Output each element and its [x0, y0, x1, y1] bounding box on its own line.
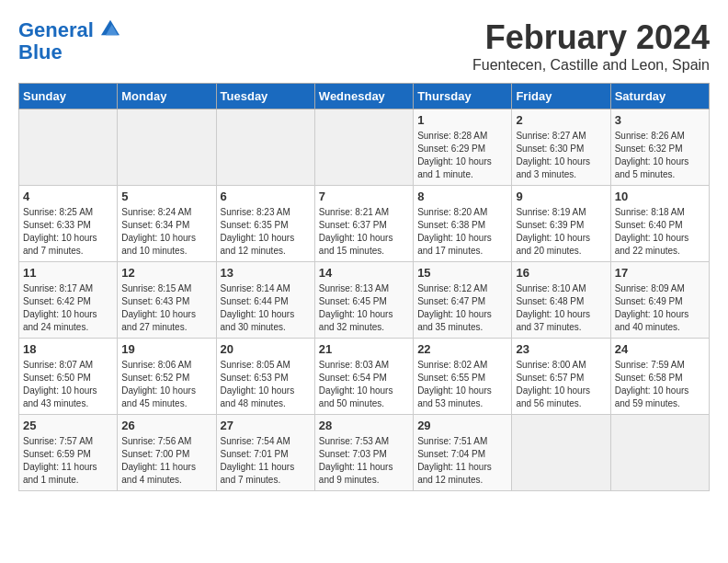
calendar-cell: 26Sunrise: 7:56 AM Sunset: 7:00 PM Dayli…: [118, 415, 216, 491]
day-info: Sunrise: 8:19 AM Sunset: 6:39 PM Dayligh…: [516, 206, 606, 258]
day-info: Sunrise: 7:51 AM Sunset: 7:04 PM Dayligh…: [417, 435, 507, 487]
day-number: 3: [615, 113, 705, 127]
calendar-cell: [512, 415, 610, 491]
day-info: Sunrise: 8:25 AM Sunset: 6:33 PM Dayligh…: [23, 206, 113, 258]
header-wednesday: Wednesday: [314, 84, 413, 109]
day-info: Sunrise: 7:57 AM Sunset: 6:59 PM Dayligh…: [23, 435, 113, 487]
day-number: 14: [319, 266, 409, 280]
calendar-cell: 25Sunrise: 7:57 AM Sunset: 6:59 PM Dayli…: [19, 415, 118, 491]
calendar-cell: [610, 415, 709, 491]
day-number: 12: [121, 266, 211, 280]
day-number: 24: [615, 342, 705, 356]
day-number: 11: [23, 266, 113, 280]
header-friday: Friday: [512, 84, 610, 109]
calendar-cell: 14Sunrise: 8:13 AM Sunset: 6:45 PM Dayli…: [314, 262, 413, 339]
calendar-cell: 15Sunrise: 8:12 AM Sunset: 6:47 PM Dayli…: [414, 262, 512, 339]
calendar-cell: 27Sunrise: 7:54 AM Sunset: 7:01 PM Dayli…: [216, 415, 314, 491]
day-number: 4: [23, 190, 113, 203]
location-title: Fuentecen, Castille and Leon, Spain: [472, 57, 710, 74]
day-number: 29: [417, 419, 507, 432]
calendar-cell: 21Sunrise: 8:03 AM Sunset: 6:54 PM Dayli…: [314, 339, 413, 415]
day-number: 7: [319, 190, 409, 203]
day-info: Sunrise: 8:05 AM Sunset: 6:53 PM Dayligh…: [221, 359, 311, 410]
calendar-cell: 17Sunrise: 8:09 AM Sunset: 6:49 PM Dayli…: [610, 262, 709, 339]
calendar-cell: 2Sunrise: 8:27 AM Sunset: 6:30 PM Daylig…: [512, 109, 610, 186]
day-info: Sunrise: 8:24 AM Sunset: 6:34 PM Dayligh…: [121, 206, 211, 258]
day-number: 8: [417, 190, 507, 203]
day-info: Sunrise: 7:56 AM Sunset: 7:00 PM Dayligh…: [121, 435, 211, 487]
day-number: 25: [23, 419, 113, 432]
day-info: Sunrise: 8:21 AM Sunset: 6:37 PM Dayligh…: [319, 206, 409, 258]
day-number: 22: [417, 342, 507, 356]
calendar-cell: 6Sunrise: 8:23 AM Sunset: 6:35 PM Daylig…: [216, 186, 314, 262]
day-number: 16: [516, 266, 606, 280]
calendar-header-row: SundayMondayTuesdayWednesdayThursdayFrid…: [19, 84, 710, 109]
header-saturday: Saturday: [610, 84, 709, 109]
day-info: Sunrise: 8:06 AM Sunset: 6:52 PM Dayligh…: [121, 359, 211, 410]
day-number: 13: [221, 266, 311, 280]
day-info: Sunrise: 8:12 AM Sunset: 6:47 PM Dayligh…: [417, 282, 507, 334]
day-info: Sunrise: 8:15 AM Sunset: 6:43 PM Dayligh…: [121, 282, 211, 334]
calendar-cell: 11Sunrise: 8:17 AM Sunset: 6:42 PM Dayli…: [19, 262, 118, 339]
day-info: Sunrise: 8:09 AM Sunset: 6:49 PM Dayligh…: [615, 282, 705, 334]
calendar-cell: 22Sunrise: 8:02 AM Sunset: 6:55 PM Dayli…: [414, 339, 512, 415]
calendar-cell: 9Sunrise: 8:19 AM Sunset: 6:39 PM Daylig…: [512, 186, 610, 262]
calendar-cell: 1Sunrise: 8:28 AM Sunset: 6:29 PM Daylig…: [414, 109, 512, 186]
day-info: Sunrise: 8:10 AM Sunset: 6:48 PM Dayligh…: [516, 282, 606, 334]
day-info: Sunrise: 7:54 AM Sunset: 7:01 PM Dayligh…: [221, 435, 311, 487]
day-number: 15: [417, 266, 507, 280]
day-number: 28: [319, 419, 409, 432]
day-info: Sunrise: 8:14 AM Sunset: 6:44 PM Dayligh…: [221, 282, 311, 334]
calendar-cell: [314, 109, 413, 186]
day-info: Sunrise: 7:59 AM Sunset: 6:58 PM Dayligh…: [615, 359, 705, 410]
day-number: 21: [319, 342, 409, 356]
calendar-cell: 12Sunrise: 8:15 AM Sunset: 6:43 PM Dayli…: [118, 262, 216, 339]
calendar-body: 1Sunrise: 8:28 AM Sunset: 6:29 PM Daylig…: [19, 109, 710, 491]
day-info: Sunrise: 8:20 AM Sunset: 6:38 PM Dayligh…: [417, 206, 507, 258]
calendar-table: SundayMondayTuesdayWednesdayThursdayFrid…: [18, 83, 710, 491]
day-info: Sunrise: 7:53 AM Sunset: 7:03 PM Dayligh…: [319, 435, 409, 487]
calendar-cell: 4Sunrise: 8:25 AM Sunset: 6:33 PM Daylig…: [19, 186, 118, 262]
day-info: Sunrise: 8:18 AM Sunset: 6:40 PM Dayligh…: [615, 206, 705, 258]
header-monday: Monday: [118, 84, 216, 109]
calendar-cell: [19, 109, 118, 186]
calendar-cell: 20Sunrise: 8:05 AM Sunset: 6:53 PM Dayli…: [216, 339, 314, 415]
day-number: 10: [615, 190, 705, 203]
week-row-4: 25Sunrise: 7:57 AM Sunset: 6:59 PM Dayli…: [19, 415, 710, 491]
calendar-cell: [216, 109, 314, 186]
week-row-1: 4Sunrise: 8:25 AM Sunset: 6:33 PM Daylig…: [19, 186, 710, 262]
calendar-cell: 24Sunrise: 7:59 AM Sunset: 6:58 PM Dayli…: [610, 339, 709, 415]
calendar-cell: 13Sunrise: 8:14 AM Sunset: 6:44 PM Dayli…: [216, 262, 314, 339]
day-info: Sunrise: 8:03 AM Sunset: 6:54 PM Dayligh…: [319, 359, 409, 410]
calendar-cell: 10Sunrise: 8:18 AM Sunset: 6:40 PM Dayli…: [610, 186, 709, 262]
day-info: Sunrise: 8:23 AM Sunset: 6:35 PM Dayligh…: [221, 206, 311, 258]
day-number: 26: [121, 419, 211, 432]
day-info: Sunrise: 8:13 AM Sunset: 6:45 PM Dayligh…: [319, 282, 409, 334]
day-number: 27: [221, 419, 311, 432]
header-sunday: Sunday: [19, 84, 118, 109]
day-number: 23: [516, 342, 606, 356]
logo-text: General Blue: [18, 18, 119, 63]
title-block: February 2024 Fuentecen, Castille and Le…: [472, 18, 710, 74]
week-row-0: 1Sunrise: 8:28 AM Sunset: 6:29 PM Daylig…: [19, 109, 710, 186]
day-info: Sunrise: 8:28 AM Sunset: 6:29 PM Dayligh…: [417, 130, 507, 181]
calendar-cell: 8Sunrise: 8:20 AM Sunset: 6:38 PM Daylig…: [414, 186, 512, 262]
day-info: Sunrise: 8:17 AM Sunset: 6:42 PM Dayligh…: [23, 282, 113, 334]
logo: General Blue: [18, 18, 119, 63]
day-number: 19: [121, 342, 211, 356]
calendar-cell: 3Sunrise: 8:26 AM Sunset: 6:32 PM Daylig…: [610, 109, 709, 186]
calendar-cell: 29Sunrise: 7:51 AM Sunset: 7:04 PM Dayli…: [414, 415, 512, 491]
day-number: 17: [615, 266, 705, 280]
day-number: 20: [221, 342, 311, 356]
calendar-cell: 19Sunrise: 8:06 AM Sunset: 6:52 PM Dayli…: [118, 339, 216, 415]
day-info: Sunrise: 8:02 AM Sunset: 6:55 PM Dayligh…: [417, 359, 507, 410]
day-number: 1: [417, 113, 507, 127]
header-tuesday: Tuesday: [216, 84, 314, 109]
day-info: Sunrise: 8:26 AM Sunset: 6:32 PM Dayligh…: [615, 130, 705, 181]
day-number: 18: [23, 342, 113, 356]
header-thursday: Thursday: [414, 84, 512, 109]
week-row-3: 18Sunrise: 8:07 AM Sunset: 6:50 PM Dayli…: [19, 339, 710, 415]
day-number: 9: [516, 190, 606, 203]
calendar-cell: 7Sunrise: 8:21 AM Sunset: 6:37 PM Daylig…: [314, 186, 413, 262]
calendar-cell: 28Sunrise: 7:53 AM Sunset: 7:03 PM Dayli…: [314, 415, 413, 491]
